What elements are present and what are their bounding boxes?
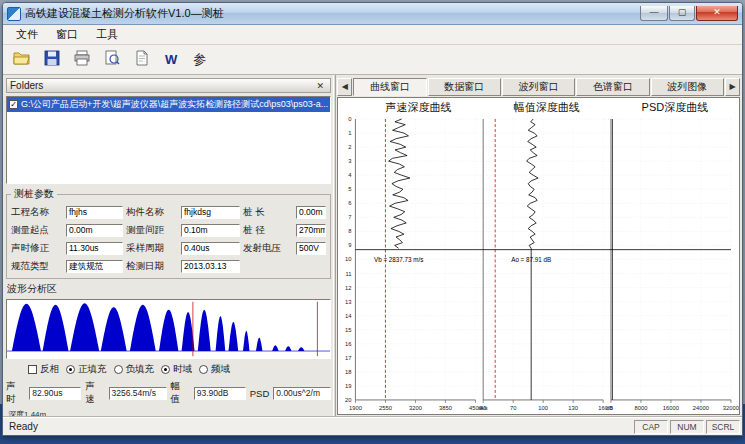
fill-negative-option[interactable]: 负填充 [114,363,155,376]
tab-scroll-right-icon[interactable]: ▶ [725,78,740,96]
menu-file[interactable]: 文件 [7,25,47,44]
app-icon [7,7,21,21]
svg-text:70: 70 [510,405,517,411]
voltage-field[interactable]: 500V [296,242,326,255]
svg-text:12: 12 [345,284,351,290]
time-domain-radio[interactable] [161,365,170,374]
status-scrl: SCRL [706,420,740,434]
save-button[interactable] [39,48,65,72]
titlebar[interactable]: 高铁建设混凝土检测分析软件V1.0—测桩 — ▢ ✕ [3,3,742,25]
fill-positive-option[interactable]: 正填充 [66,363,107,376]
psd-curve-title: PSD深度曲线 [611,98,739,115]
invert-option[interactable]: 反相 [28,363,59,376]
svg-text:32000: 32000 [723,405,739,411]
svg-text:2: 2 [349,144,352,150]
freq-domain-option[interactable]: 频域 [199,363,230,376]
print-button[interactable] [69,48,95,72]
checkbox-checked-icon[interactable]: ✓ [9,100,18,109]
time-correction-field[interactable]: 11.30us [66,242,123,255]
psd-label: PSD [250,388,270,399]
folders-list[interactable]: ✓ G:\公司产品启动+开发\超声波仪器\超声波实拓检测路径测试cd\ps03\… [6,96,331,184]
pile-parameters-group: 测桩参数 工程名称 fhjhs 构件名称 fhjkdsg 桩 长 0.00m 测… [6,187,331,279]
svg-text:11: 11 [346,270,352,276]
word-export-button[interactable]: W [159,48,183,72]
svg-text:3: 3 [349,158,353,164]
svg-text:19: 19 [345,383,351,389]
waveform-area-title: 波形分析区 [6,282,331,296]
printer-icon [73,49,91,71]
menu-window[interactable]: 窗口 [47,25,87,44]
svg-text:0: 0 [349,116,353,122]
svg-text:130: 130 [569,405,579,411]
page-icon [133,49,151,71]
tab-wavetrain-window[interactable]: 波列窗口 [502,78,575,96]
page-view-button[interactable] [129,48,155,72]
waveform-canvas[interactable] [7,300,330,358]
svg-text:17: 17 [345,355,351,361]
field-label: 桩 长 [243,206,293,219]
field-label: 检测日期 [126,260,178,273]
tab-scroll-left-icon[interactable]: ◀ [337,78,352,96]
sample-period-field[interactable]: 0.40us [181,242,240,255]
freq-domain-radio[interactable] [199,365,208,374]
component-name-field[interactable]: fhjkdsg [181,206,240,219]
tab-curve-window[interactable]: 曲线窗口 [353,78,426,96]
tab-spectrum-window[interactable]: 色谱窗口 [576,78,649,96]
left-pane: Folders ✕ ✓ G:\公司产品启动+开发\超声波仪器\超声波实拓检测路径… [3,75,333,417]
standard-type-field[interactable]: 建筑规范 [66,260,123,273]
svg-text:3200: 3200 [409,405,423,411]
readouts-row: 声 时 82.90us 声 速 3256.54m/s 幅 值 93.90dB P… [6,380,331,406]
close-button[interactable]: ✕ [696,6,738,21]
spacing-field[interactable]: 0.10m [181,224,240,237]
window-title: 高铁建设混凝土检测分析软件V1.0—测桩 [25,6,639,21]
fill-negative-radio[interactable] [114,365,123,374]
waveform-plot[interactable] [6,299,331,359]
list-item[interactable]: ✓ G:\公司产品启动+开发\超声波仪器\超声波实拓检测路径测试cd\ps03\… [7,97,330,112]
reference-button[interactable]: 参 [187,48,212,72]
tabstrip: ◀ 曲线窗口 数据窗口 波列窗口 色谱窗口 波列图像 ▶ [337,77,740,96]
status-num: NUM [670,420,704,434]
invert-checkbox[interactable] [28,365,37,374]
test-date-field[interactable]: 2013.03.13 [181,260,240,273]
fill-positive-radio[interactable] [66,365,75,374]
field-label: 测量起点 [11,224,63,237]
pile-parameters-title: 测桩参数 [11,187,57,201]
svg-text:14: 14 [345,313,352,319]
psd-value: 0.00us^2/m [273,387,331,400]
project-name-field[interactable]: fhjhs [66,206,123,219]
minimize-button[interactable]: — [640,6,668,21]
field-label: 发射电压 [243,242,293,255]
start-depth-field[interactable]: 0.00m [66,224,123,237]
svg-text:3850: 3850 [439,405,453,411]
folders-close-icon[interactable]: ✕ [313,79,327,92]
tab-wavetrain-image[interactable]: 波列图像 [651,78,724,96]
menu-tools[interactable]: 工具 [87,25,127,44]
maximize-button[interactable]: ▢ [669,6,695,21]
floppy-icon [43,49,61,71]
depth-curves-plot[interactable]: 0123456789101112131415161718192019002550… [338,115,739,414]
reference-label: 参 [193,51,206,69]
svg-text:9: 9 [349,242,352,248]
svg-text:20: 20 [345,397,352,403]
open-button[interactable] [9,48,35,72]
time-domain-option[interactable]: 时域 [161,363,192,376]
folder-open-icon [13,49,31,71]
svg-text:10: 10 [345,256,352,262]
tab-data-window[interactable]: 数据窗口 [428,78,501,96]
field-label: 构件名称 [126,206,178,219]
status-cap: CAP [634,420,668,434]
pile-length-field[interactable]: 0.00m [296,206,326,219]
folder-path: G:\公司产品启动+开发\超声波仪器\超声波实拓检测路径测试cd\ps03\ps… [21,98,328,111]
pile-diameter-field[interactable]: 270mm [296,224,326,237]
waveform-controls: 反相 正填充 负填充 时域 频域 [6,362,331,377]
status-text: Ready [5,421,632,432]
svg-text:100: 100 [539,405,549,411]
print-preview-button[interactable] [99,48,125,72]
sound-time-value: 82.90us [29,387,81,400]
field-label: 采样周期 [126,242,178,255]
svg-text:16000: 16000 [663,405,680,411]
svg-text:7: 7 [349,214,352,220]
svg-text:5: 5 [349,186,353,192]
folders-panel-header: Folders ✕ [6,78,331,93]
svg-text:Ao = 87.91 dB: Ao = 87.91 dB [512,256,552,263]
